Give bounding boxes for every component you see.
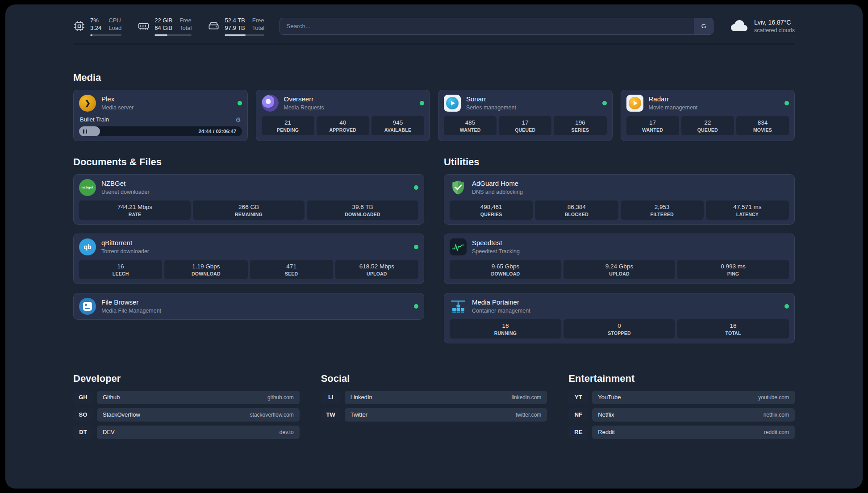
stat-label: APPROVED: [318, 127, 367, 133]
bookmark-link[interactable]: Twitter twitter.com: [345, 408, 547, 422]
bookmark-abbr[interactable]: SO: [73, 408, 93, 422]
stat-value: 21: [263, 119, 313, 126]
memory-total-value: 64 GiB: [154, 25, 172, 32]
bookmark-link[interactable]: Reddit reddit.com: [592, 426, 795, 439]
section-title-documents: Documents & Files: [73, 156, 424, 168]
bookmark-abbr[interactable]: TW: [321, 408, 341, 422]
settings-gear-icon[interactable]: ⚙: [235, 116, 241, 123]
bookmark-group-entertainment: Entertainment YT YouTube youtube.com: [568, 373, 795, 439]
section-title-social: Social: [321, 373, 547, 384]
card-adguard[interactable]: AdGuard Home DNS and adblocking 498,461 …: [444, 174, 795, 225]
bookmark-link[interactable]: Netflix netflix.com: [592, 408, 795, 422]
pause-icon[interactable]: [83, 127, 88, 135]
bookmark-item[interactable]: RE Reddit reddit.com: [568, 426, 795, 439]
status-dot: [420, 101, 424, 105]
stat-value: 471: [252, 263, 331, 270]
bookmark-item[interactable]: TW Twitter twitter.com: [321, 408, 547, 422]
section-utilities: Utilities: [444, 156, 795, 343]
overseerr-icon: [262, 95, 279, 112]
card-portainer[interactable]: Media Portainer Container management 16 …: [444, 293, 795, 343]
bookmark-link[interactable]: StackOverflow stackoverflow.com: [97, 408, 300, 422]
card-speedtest[interactable]: Speedtest Speedtest Tracking 9.65 Gbps D…: [444, 234, 795, 284]
card-filebrowser[interactable]: File Browser Media File Management: [73, 293, 424, 320]
stat-label: MOVIES: [738, 127, 787, 133]
status-dot: [414, 185, 418, 190]
stat-box: 17 WANTED: [626, 116, 679, 135]
service-subtitle: Usenet downloader: [101, 189, 150, 195]
cpu-icon: [73, 20, 85, 32]
bookmark-name: YouTube: [598, 394, 621, 401]
stat-box: 744.21 Mbps RATE: [79, 201, 191, 220]
search-bar[interactable]: G: [280, 18, 714, 35]
cpu-percent: 7%: [90, 17, 101, 25]
stat-value: 9.24 Gbps: [565, 263, 673, 270]
stat-box: 22 QUEUED: [681, 116, 734, 135]
bookmark-item[interactable]: SO StackOverflow stackoverflow.com: [73, 408, 300, 422]
bookmark-name: StackOverflow: [103, 411, 140, 418]
bookmark-link[interactable]: DEV dev.to: [97, 426, 300, 439]
stat-label: UPLOAD: [337, 271, 417, 276]
topbar: 7% 3.24 CPU Load: [5, 4, 863, 36]
bookmark-domain: linkedin.com: [512, 394, 542, 401]
cpu-load-value: 3.24: [90, 25, 101, 32]
bookmark-abbr[interactable]: GH: [73, 391, 93, 404]
card-sonarr[interactable]: Sonarr Series management 485 WANTED: [438, 90, 613, 141]
stat-value: 196: [555, 119, 605, 126]
memory-progress-bar: [154, 34, 192, 36]
bookmark-domain: twitter.com: [516, 412, 541, 418]
search-input[interactable]: [280, 18, 694, 34]
stat-value: 618.52 Mbps: [337, 263, 417, 270]
stat-box: 0 STOPPED: [563, 319, 675, 338]
stat-value: 945: [373, 119, 422, 126]
card-overseerr[interactable]: Overseerr Media Requests 21 PENDING: [256, 90, 430, 141]
bookmark-link[interactable]: Github github.com: [97, 391, 300, 404]
stat-label: RUNNING: [451, 330, 559, 336]
playback-progress-bar[interactable]: 24:44 / 02:06:47: [79, 126, 242, 136]
stat-label: QUERIES: [451, 212, 531, 217]
cpu-progress-bar: [90, 34, 121, 36]
search-provider-button[interactable]: G: [694, 18, 713, 34]
filebrowser-icon: [79, 298, 96, 315]
bookmark-abbr[interactable]: YT: [568, 391, 588, 404]
bookmark-abbr[interactable]: RE: [568, 426, 588, 439]
bookmark-item[interactable]: GH Github github.com: [73, 391, 300, 404]
stat-label: QUEUED: [501, 127, 550, 133]
sonarr-icon: [444, 95, 461, 112]
memory-free-value: 22 GiB: [154, 17, 172, 25]
cpu-label: CPU: [108, 17, 121, 25]
stat-label: RATE: [81, 212, 189, 217]
bookmark-item[interactable]: LI LinkedIn linkedin.com: [321, 391, 547, 404]
stat-box: 618.52 Mbps UPLOAD: [335, 260, 418, 279]
stat-value: 744.21 Mbps: [81, 204, 189, 210]
bookmark-abbr[interactable]: DT: [73, 426, 93, 439]
bookmark-item[interactable]: DT DEV dev.to: [73, 426, 300, 439]
stat-label: FILTERED: [622, 212, 702, 217]
disk-total-value: 97.9 TB: [225, 25, 245, 32]
resource-widgets: 7% 3.24 CPU Load: [73, 17, 264, 36]
service-name: Media Portainer: [472, 298, 530, 306]
card-plex[interactable]: ❯ Plex Media server Bullet Train ⚙: [73, 90, 248, 141]
stat-label: BLOCKED: [537, 212, 616, 217]
stat-label: WANTED: [446, 127, 495, 133]
bookmark-abbr[interactable]: LI: [321, 391, 341, 404]
bookmark-abbr[interactable]: NF: [568, 408, 588, 422]
card-nzbget[interactable]: nzbget NZBGet Usenet downloader: [73, 174, 424, 225]
card-qbittorrent[interactable]: qb qBittorrent Torrent downloader: [73, 234, 424, 284]
stat-box: 16 TOTAL: [677, 319, 789, 338]
stat-value: 9.65 Gbps: [451, 263, 559, 270]
service-subtitle: Media File Management: [101, 308, 161, 314]
stat-box: 86,384 BLOCKED: [535, 201, 618, 220]
stat-value: 22: [683, 119, 732, 126]
stat-value: 485: [446, 119, 495, 126]
service-subtitle: Series management: [466, 104, 516, 111]
bookmark-item[interactable]: YT YouTube youtube.com: [568, 391, 795, 404]
bookmark-item[interactable]: NF Netflix netflix.com: [568, 408, 795, 422]
bookmark-link[interactable]: LinkedIn linkedin.com: [345, 391, 547, 404]
stat-box: 40 APPROVED: [317, 116, 369, 135]
card-radarr[interactable]: Radarr Movie management 17 WANTED: [621, 90, 795, 141]
stat-box: 196 SERIES: [554, 116, 606, 135]
section-media: Media ❯ Plex Media server: [73, 72, 795, 141]
stat-box: 39.6 TB DOWNLOADED: [307, 201, 418, 220]
cloud-icon: [729, 18, 749, 34]
bookmark-link[interactable]: YouTube youtube.com: [592, 391, 795, 404]
